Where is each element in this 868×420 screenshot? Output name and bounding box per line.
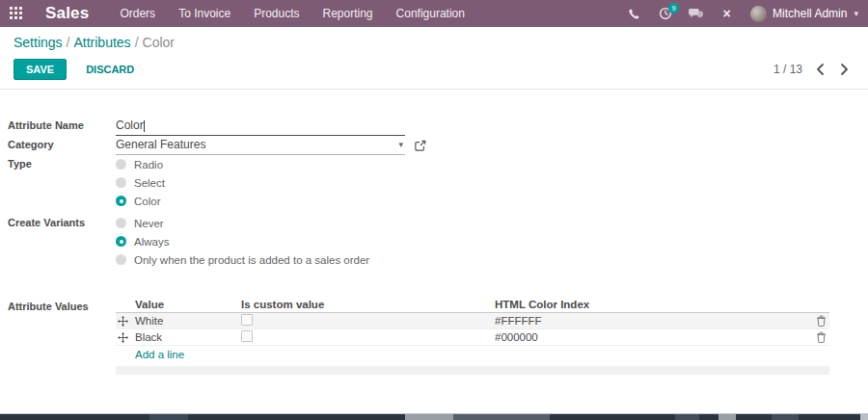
value-cell[interactable]: Black (135, 331, 241, 343)
radio-option-color[interactable]: Color (116, 192, 165, 210)
menu-item-reporting[interactable]: Reporting (323, 7, 373, 20)
app-window: Sales Orders To Invoice Products Reporti… (0, 0, 868, 420)
attribute-form: Attribute Name Color Category General Fe… (0, 90, 868, 375)
breadcrumb-current: Color (143, 35, 175, 50)
type-label: Type (8, 155, 116, 170)
user-menu[interactable]: Mitchell Admin ▾ (750, 6, 858, 22)
breadcrumb-attributes[interactable]: Attributes (73, 35, 130, 50)
color-index-cell[interactable]: #FFFFFF (495, 315, 810, 327)
radio-icon[interactable] (116, 159, 126, 170)
taskbar-edge (0, 413, 868, 420)
messages-icon[interactable] (689, 7, 703, 21)
user-avatar (750, 6, 767, 22)
type-radio-group: Radio Select Color (116, 155, 165, 210)
record-pager: 1 / 13 (773, 63, 854, 76)
radio-icon[interactable] (116, 254, 126, 265)
navbar-right: 9 × Mitchell Admin ▾ (627, 6, 858, 22)
tools-icon[interactable]: × (719, 7, 734, 21)
column-header-value[interactable]: Value (135, 299, 241, 310)
menu-item-orders[interactable]: Orders (120, 7, 155, 20)
table-footer-strip (116, 366, 829, 375)
pager-previous-button[interactable] (816, 64, 825, 75)
menu-item-configuration[interactable]: Configuration (396, 7, 465, 20)
radio-icon[interactable] (116, 196, 126, 206)
drag-handle-icon[interactable] (118, 316, 128, 327)
control-panel: Settings/Attributes/Color SAVE DISCARD 1… (0, 27, 868, 90)
column-header-color-index[interactable]: HTML Color Index (495, 299, 810, 310)
column-header-is-custom[interactable]: Is custom value (241, 299, 495, 310)
create-variants-label: Create Variants (8, 214, 116, 228)
phone-icon[interactable] (627, 7, 641, 21)
radio-icon[interactable] (116, 177, 126, 188)
color-index-cell[interactable]: #000000 (495, 331, 810, 343)
is-custom-checkbox[interactable] (241, 314, 253, 326)
top-navbar: Sales Orders To Invoice Products Reporti… (0, 0, 868, 27)
breadcrumb-settings[interactable]: Settings (14, 35, 63, 50)
table-header-row: Value Is custom value HTML Color Index (116, 298, 829, 313)
add-line-row: Add a line (116, 346, 829, 362)
activity-badge: 9 (668, 3, 679, 13)
save-button[interactable]: SAVE (14, 59, 67, 80)
attribute-name-input[interactable]: Color (116, 117, 405, 136)
main-menu: Orders To Invoice Products Reporting Con… (120, 7, 465, 20)
category-label: Category (8, 136, 116, 150)
radio-icon[interactable] (116, 218, 126, 228)
breadcrumb-separator: / (131, 35, 143, 50)
radio-icon[interactable] (116, 236, 126, 247)
radio-option-radio[interactable]: Radio (116, 155, 165, 173)
text-cursor (144, 120, 145, 132)
menu-item-to-invoice[interactable]: To Invoice (178, 7, 231, 20)
attribute-values-table: Value Is custom value HTML Color Index W… (116, 298, 829, 375)
radio-option-only-sales-order[interactable]: Only when the product is added to a sale… (116, 250, 369, 269)
delete-row-icon[interactable] (816, 315, 827, 327)
user-name: Mitchell Admin (773, 7, 847, 20)
chevron-down-icon[interactable]: ▾ (398, 140, 403, 149)
breadcrumb: Settings/Attributes/Color (14, 35, 854, 50)
radio-option-always[interactable]: Always (116, 232, 369, 250)
apps-grid-icon[interactable] (10, 7, 24, 21)
is-custom-checkbox[interactable] (241, 330, 253, 342)
radio-option-never[interactable]: Never (116, 214, 369, 232)
menu-item-products[interactable]: Products (254, 7, 299, 20)
attribute-name-label: Attribute Name (8, 117, 116, 131)
app-brand[interactable]: Sales (45, 4, 89, 23)
external-link-icon[interactable] (415, 138, 426, 155)
delete-row-icon[interactable] (816, 331, 827, 343)
table-row[interactable]: Black #000000 (116, 329, 829, 346)
chevron-down-icon: ▾ (854, 9, 858, 18)
drag-handle-icon[interactable] (118, 332, 128, 343)
category-select[interactable]: General Features (116, 136, 405, 155)
pager-next-button[interactable] (840, 64, 849, 75)
radio-option-select[interactable]: Select (116, 173, 165, 192)
discard-button[interactable]: DISCARD (74, 60, 146, 79)
breadcrumb-separator: / (63, 35, 74, 50)
value-cell[interactable]: White (135, 315, 241, 327)
create-variants-radio-group: Never Always Only when the product is ad… (116, 214, 369, 269)
attribute-values-label: Attribute Values (8, 298, 116, 312)
activity-clock-icon[interactable]: 9 (658, 7, 672, 21)
pager-count: 1 / 13 (773, 63, 802, 76)
add-a-line-link[interactable]: Add a line (116, 349, 184, 360)
table-row[interactable]: White #FFFFFF (116, 313, 829, 329)
